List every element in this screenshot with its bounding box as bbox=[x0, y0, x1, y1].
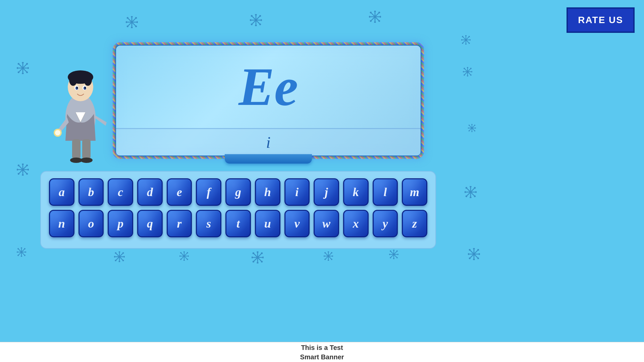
key-m[interactable]: m bbox=[402, 178, 427, 206]
svg-rect-222 bbox=[82, 139, 91, 159]
svg-point-21 bbox=[251, 15, 253, 17]
svg-point-61 bbox=[26, 71, 28, 73]
svg-point-181 bbox=[256, 256, 259, 258]
displayed-letter: Ee bbox=[238, 60, 298, 114]
svg-point-168 bbox=[183, 255, 185, 257]
snowflake-13 bbox=[252, 251, 264, 266]
svg-point-166 bbox=[187, 252, 188, 253]
svg-point-103 bbox=[469, 191, 472, 193]
svg-point-165 bbox=[187, 259, 188, 260]
svg-point-57 bbox=[22, 73, 23, 74]
svg-point-33 bbox=[380, 16, 381, 17]
svg-point-199 bbox=[393, 250, 394, 251]
key-k[interactable]: k bbox=[343, 178, 369, 206]
svg-point-71 bbox=[463, 71, 464, 72]
svg-point-77 bbox=[467, 71, 469, 73]
banner-line1: This is a Test bbox=[301, 344, 343, 351]
snowflake-10 bbox=[17, 247, 26, 259]
svg-point-48 bbox=[469, 43, 470, 44]
svg-point-7 bbox=[137, 21, 138, 23]
key-x[interactable]: x bbox=[343, 210, 369, 237]
key-d[interactable]: d bbox=[137, 178, 163, 206]
key-w[interactable]: w bbox=[314, 210, 339, 237]
svg-point-56 bbox=[22, 62, 23, 64]
svg-point-191 bbox=[331, 259, 332, 260]
svg-point-5 bbox=[131, 27, 132, 28]
key-h[interactable]: h bbox=[255, 178, 280, 206]
svg-point-86 bbox=[469, 125, 470, 126]
key-s[interactable]: s bbox=[196, 210, 221, 237]
svg-point-72 bbox=[471, 71, 473, 72]
snowflake-6 bbox=[468, 124, 476, 134]
svg-point-83 bbox=[471, 131, 473, 132]
svg-point-218 bbox=[85, 87, 86, 89]
svg-point-189 bbox=[332, 255, 333, 257]
key-a[interactable]: a bbox=[49, 178, 74, 206]
snowflake-8 bbox=[17, 164, 29, 179]
svg-point-84 bbox=[468, 127, 469, 129]
key-i[interactable]: i bbox=[284, 178, 310, 206]
svg-point-101 bbox=[474, 187, 476, 189]
svg-point-148 bbox=[119, 261, 120, 262]
sub-letter-area: i bbox=[116, 128, 421, 156]
key-u[interactable]: u bbox=[255, 210, 280, 237]
svg-point-155 bbox=[118, 256, 120, 258]
svg-point-97 bbox=[465, 191, 466, 193]
key-o[interactable]: o bbox=[78, 210, 104, 237]
svg-point-129 bbox=[473, 253, 475, 255]
key-b[interactable]: b bbox=[78, 178, 104, 206]
svg-point-12 bbox=[130, 21, 133, 23]
svg-point-141 bbox=[17, 255, 19, 256]
key-p[interactable]: p bbox=[108, 210, 133, 237]
svg-point-38 bbox=[374, 15, 376, 18]
snowflake-14 bbox=[324, 251, 333, 263]
key-n[interactable]: n bbox=[49, 210, 74, 237]
svg-point-160 bbox=[183, 251, 185, 253]
svg-point-36 bbox=[378, 12, 380, 13]
svg-point-177 bbox=[253, 252, 254, 254]
sub-letter-text: i bbox=[266, 133, 270, 152]
svg-point-122 bbox=[473, 259, 475, 260]
key-r[interactable]: r bbox=[167, 210, 192, 237]
svg-point-128 bbox=[469, 257, 471, 259]
keyboard-row-2: nopqrstuvwxyz bbox=[49, 210, 427, 237]
key-e[interactable]: e bbox=[167, 178, 192, 206]
svg-point-140 bbox=[24, 248, 25, 249]
svg-point-139 bbox=[24, 255, 25, 256]
svg-point-64 bbox=[21, 67, 24, 69]
svg-point-147 bbox=[119, 251, 120, 253]
svg-point-200 bbox=[393, 258, 394, 259]
key-f[interactable]: f bbox=[196, 178, 221, 206]
svg-point-110 bbox=[17, 169, 18, 170]
svg-point-207 bbox=[393, 253, 395, 255]
svg-point-47 bbox=[462, 36, 463, 37]
key-l[interactable]: l bbox=[373, 178, 398, 206]
key-c[interactable]: c bbox=[108, 178, 133, 206]
key-t[interactable]: t bbox=[225, 210, 251, 237]
key-y[interactable]: y bbox=[373, 210, 398, 237]
key-v[interactable]: v bbox=[284, 210, 310, 237]
svg-point-126 bbox=[477, 257, 479, 259]
key-z[interactable]: z bbox=[402, 210, 427, 237]
svg-point-224 bbox=[80, 158, 93, 163]
rate-us-button[interactable]: RATE US bbox=[567, 7, 635, 33]
character-figure bbox=[44, 50, 117, 171]
snowflake-5 bbox=[463, 67, 472, 79]
snowflake-0 bbox=[126, 16, 138, 31]
keyboard: abcdefghijklm nopqrstuvwxyz bbox=[40, 171, 436, 249]
key-q[interactable]: q bbox=[137, 210, 163, 237]
svg-point-223 bbox=[70, 158, 82, 163]
svg-point-127 bbox=[477, 249, 479, 251]
key-j[interactable]: j bbox=[314, 178, 339, 206]
svg-point-153 bbox=[122, 252, 124, 254]
letter-display-screen: Ee i bbox=[114, 44, 423, 158]
svg-point-10 bbox=[135, 17, 137, 19]
svg-point-154 bbox=[115, 260, 116, 261]
svg-point-138 bbox=[17, 248, 19, 249]
svg-point-116 bbox=[21, 168, 24, 171]
key-g[interactable]: g bbox=[225, 178, 251, 206]
snowflake-3 bbox=[461, 35, 471, 47]
svg-point-180 bbox=[253, 261, 254, 262]
svg-point-50 bbox=[462, 43, 463, 44]
svg-point-111 bbox=[28, 169, 29, 170]
